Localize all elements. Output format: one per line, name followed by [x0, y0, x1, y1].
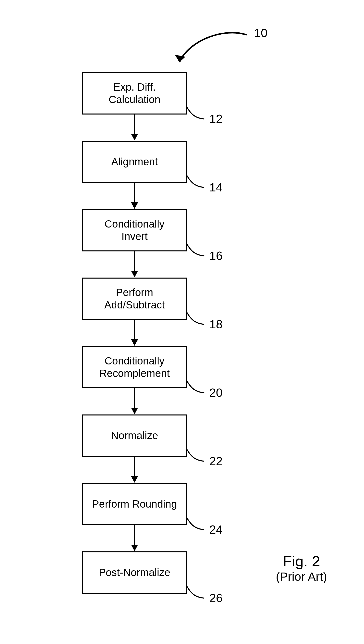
label-connector-24	[187, 518, 207, 533]
ref-label-20: 20	[209, 386, 222, 400]
ref-label-22: 22	[209, 454, 222, 468]
figure-title: Fig. 2	[264, 553, 339, 570]
ref-label-12: 12	[209, 112, 222, 126]
box-text: Alignment	[111, 156, 158, 168]
figure-subtitle: (Prior Art)	[264, 570, 339, 584]
box-conditionally-invert: ConditionallyInvert	[82, 209, 187, 252]
box-text: ConditionallyInvert	[105, 218, 164, 243]
figure-caption: Fig. 2 (Prior Art)	[264, 553, 339, 584]
box-text: Normalize	[111, 430, 158, 442]
box-text: Post-Normalize	[99, 566, 170, 579]
ref-label-18: 18	[209, 318, 222, 331]
ref-label-24: 24	[209, 523, 222, 536]
ref-label-14: 14	[209, 180, 222, 194]
ref-label-26: 26	[209, 591, 222, 605]
label-connector-12	[187, 107, 207, 122]
box-normalize: Normalize	[82, 414, 187, 457]
box-post-normalize: Post-Normalize	[82, 552, 187, 594]
box-alignment: Alignment	[82, 141, 187, 183]
box-exp-diff-calculation: Exp. Diff.Calculation	[82, 72, 187, 114]
label-connector-14	[187, 176, 207, 190]
box-text: ConditionallyRecomplement	[99, 355, 170, 380]
label-connector-16	[187, 244, 207, 259]
ref-label-16: 16	[209, 249, 222, 263]
flow-column: Exp. Diff.Calculation 12 Alignment 14 Co…	[0, 0, 364, 644]
box-text: PerformAdd/Subtract	[104, 286, 165, 312]
label-connector-20	[187, 381, 207, 396]
label-connector-22	[187, 449, 207, 464]
label-connector-18	[187, 312, 207, 327]
label-connector-26	[187, 586, 207, 601]
box-perform-rounding: Perform Rounding	[82, 483, 187, 525]
diagram-page: 10 Exp. Diff.Calculation 12 Alignment 14	[0, 0, 364, 644]
box-perform-add-subtract: PerformAdd/Subtract	[82, 278, 187, 320]
box-conditionally-recomplement: ConditionallyRecomplement	[82, 346, 187, 388]
box-text: Exp. Diff.Calculation	[109, 81, 160, 106]
box-text: Perform Rounding	[92, 498, 177, 510]
